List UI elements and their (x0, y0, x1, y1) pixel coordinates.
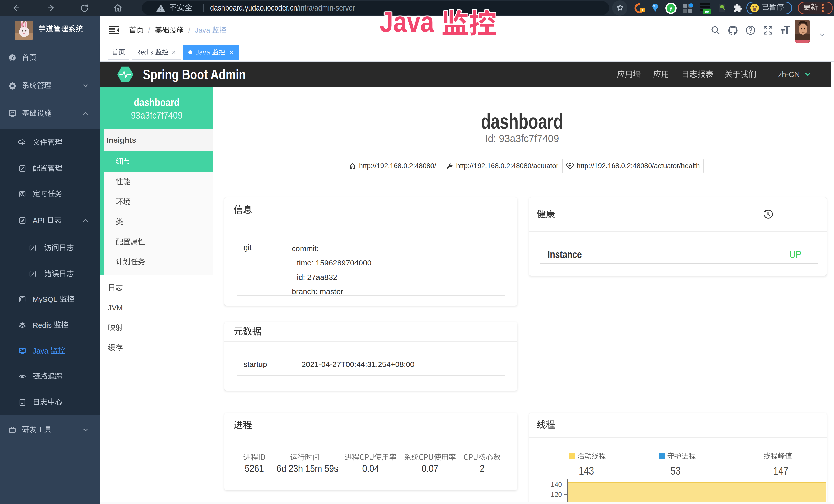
svg-text:y: y (670, 5, 673, 11)
svg-text:1: 1 (641, 8, 643, 12)
svg-text:on: on (705, 10, 709, 14)
